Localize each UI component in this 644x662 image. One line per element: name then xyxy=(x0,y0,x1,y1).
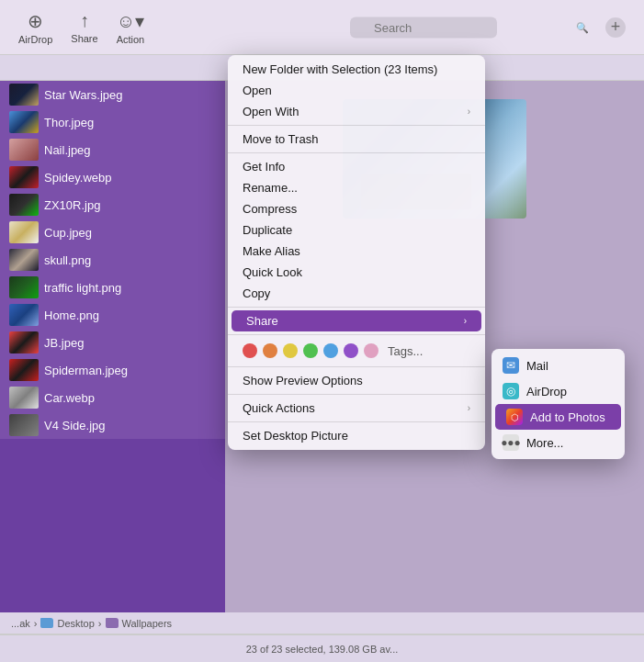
toolbar-airdrop[interactable]: ⊕ AirDrop xyxy=(18,10,52,45)
tag-color-dot[interactable] xyxy=(303,343,318,358)
file-name: Nail.jpeg xyxy=(44,143,91,157)
file-thumbnail xyxy=(9,414,39,436)
photos-icon: ⬡ xyxy=(506,409,523,425)
share-submenu-label: Mail xyxy=(526,359,548,373)
file-item[interactable]: Nail.jpeg xyxy=(0,136,225,163)
breadcrumb-desktop[interactable]: Desktop xyxy=(40,618,94,629)
share-submenu-label: Add to Photos xyxy=(530,410,605,424)
share-submenu-label: More... xyxy=(526,436,563,450)
file-item[interactable]: ZX10R.jpg xyxy=(0,191,225,219)
add-button[interactable]: + xyxy=(605,17,626,38)
context-menu-label: Set Desktop Picture xyxy=(243,429,348,443)
file-item[interactable]: Spidey.webp xyxy=(0,163,225,191)
submenu-chevron: › xyxy=(468,403,470,413)
context-menu-label: Quick Actions xyxy=(243,401,315,415)
context-menu-label: Quick Look xyxy=(243,265,302,279)
toolbar-airdrop-label: AirDrop xyxy=(18,34,52,45)
context-menu-divider xyxy=(228,125,485,126)
context-menu-divider xyxy=(228,307,485,308)
file-item[interactable]: Home.png xyxy=(0,301,225,329)
share-submenu-item-add-photos[interactable]: ⬡ Add to Photos xyxy=(495,404,621,430)
search-input[interactable] xyxy=(350,17,497,38)
status-bar: 23 of 23 selected, 139.08 GB av... xyxy=(0,634,644,662)
file-item[interactable]: Car.webp xyxy=(0,384,225,411)
file-thumbnail xyxy=(9,387,39,409)
tag-color-dot[interactable] xyxy=(243,343,257,358)
tag-color-dot[interactable] xyxy=(283,343,298,358)
file-thumbnail xyxy=(9,221,39,243)
file-item[interactable]: Spiderman.jpeg xyxy=(0,356,225,384)
context-menu-item-duplicate[interactable]: Duplicate xyxy=(228,219,485,241)
file-thumbnail xyxy=(9,84,39,106)
file-thumbnail xyxy=(9,139,39,161)
tag-color-dot[interactable] xyxy=(344,343,358,358)
toolbar-action-label: Action xyxy=(117,34,145,45)
context-menu-item-get-info[interactable]: Get Info xyxy=(228,156,485,177)
toolbar-action[interactable]: ☺▾ Action xyxy=(117,10,145,45)
file-item[interactable]: traffic light.png xyxy=(0,274,225,301)
toolbar: ⊕ AirDrop ↑ Share ☺▾ Action + xyxy=(0,0,644,55)
context-menu-item-open-with[interactable]: Open With › xyxy=(228,101,485,122)
file-thumbnail xyxy=(9,194,39,216)
tag-color-dot[interactable] xyxy=(364,343,378,358)
breadcrumb-item[interactable]: ...ak xyxy=(11,618,30,629)
tag-color-dot[interactable] xyxy=(323,343,338,358)
file-thumbnail xyxy=(9,359,39,381)
file-item[interactable]: Cup.jpeg xyxy=(0,219,225,246)
share-submenu-item-mail[interactable]: ✉ Mail xyxy=(491,353,625,378)
file-thumbnail xyxy=(9,331,39,353)
context-menu-item-set-desktop[interactable]: Set Desktop Picture xyxy=(228,425,485,446)
file-thumbnail xyxy=(9,304,39,326)
breadcrumb-separator: › xyxy=(34,618,38,629)
file-name: Star Wars.jpeg xyxy=(44,88,123,102)
context-menu-item-open[interactable]: Open xyxy=(228,80,485,101)
context-menu: New Folder with Selection (23 Items) Ope… xyxy=(228,55,485,450)
context-menu-item-rename[interactable]: Rename... xyxy=(228,177,485,198)
context-menu-item-move-trash[interactable]: Move to Trash xyxy=(228,129,485,150)
breadcrumb-wallpapers[interactable]: Wallpapers xyxy=(106,618,173,629)
share-submenu-item-airdrop[interactable]: ◎ AirDrop xyxy=(491,378,625,404)
context-menu-item-show-preview[interactable]: Show Preview Options xyxy=(228,370,485,391)
file-thumbnail xyxy=(9,276,39,298)
share-submenu-item-more[interactable]: ●●● More... xyxy=(491,430,625,455)
context-menu-divider xyxy=(228,334,485,335)
context-menu-item-compress[interactable]: Compress xyxy=(228,198,485,219)
status-text: 23 of 23 selected, 139.08 GB av... xyxy=(246,644,399,655)
file-name: JB.jpeg xyxy=(44,336,84,350)
context-menu-label: Move to Trash xyxy=(243,132,318,146)
tags-row: Tags... xyxy=(228,338,485,364)
file-name: Home.png xyxy=(44,309,99,322)
context-menu-label: Duplicate xyxy=(243,223,292,237)
more-icon: ●●● xyxy=(503,434,519,451)
breadcrumb-separator2: › xyxy=(98,618,102,629)
submenu-chevron: › xyxy=(468,107,470,117)
file-item[interactable]: JB.jpeg xyxy=(0,329,225,356)
file-item[interactable]: Star Wars.jpeg xyxy=(0,81,225,108)
share-icon: ↑ xyxy=(80,10,89,31)
context-menu-item-quick-actions[interactable]: Quick Actions › xyxy=(228,398,485,419)
breadcrumb: ...ak › Desktop › Wallpapers xyxy=(0,612,644,634)
share-submenu: ✉ Mail ◎ AirDrop ⬡ Add to Photos ●●● Mor… xyxy=(491,349,625,459)
desktop-folder-icon xyxy=(40,618,53,628)
context-menu-divider xyxy=(228,421,485,422)
context-menu-item-copy[interactable]: Copy xyxy=(228,283,485,304)
file-item[interactable]: Thor.jpeg xyxy=(0,108,225,136)
context-menu-label: Open xyxy=(243,84,272,97)
file-item[interactable]: V4 Side.jpg xyxy=(0,411,225,439)
file-name: Thor.jpeg xyxy=(44,116,94,129)
context-menu-item-new-folder[interactable]: New Folder with Selection (23 Items) xyxy=(228,59,485,80)
toolbar-share[interactable]: ↑ Share xyxy=(71,10,97,44)
file-name: Spiderman.jpeg xyxy=(44,364,128,377)
file-item[interactable]: skull.png xyxy=(0,246,225,274)
toolbar-share-label: Share xyxy=(71,33,97,44)
submenu-chevron: › xyxy=(464,316,467,326)
context-menu-label: Make Alias xyxy=(243,244,300,258)
context-menu-item-make-alias[interactable]: Make Alias xyxy=(228,241,485,262)
tags-label: Tags... xyxy=(388,344,423,358)
context-menu-label: Copy xyxy=(243,286,270,300)
tag-color-dot[interactable] xyxy=(263,343,277,358)
file-list: Star Wars.jpeg Thor.jpeg Nail.jpeg Spide… xyxy=(0,81,225,612)
mail-icon: ✉ xyxy=(503,357,519,374)
context-menu-item-quick-look[interactable]: Quick Look xyxy=(228,262,485,283)
context-menu-item-share[interactable]: Share › xyxy=(232,310,481,331)
